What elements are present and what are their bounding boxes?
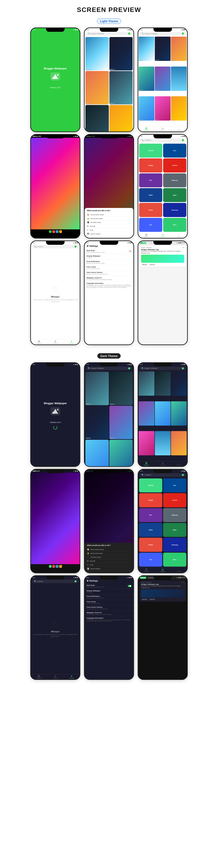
- search-bar-dark[interactable]: 🔍 Blogger Wallpaper: [140, 367, 186, 370]
- notif-manage-btn-dark[interactable]: Manage: [141, 598, 148, 600]
- search-bar[interactable]: 🔍 Blogger Wallpaper: [86, 32, 132, 35]
- wp-sm-6[interactable]: Nokia 5.3: [171, 67, 187, 91]
- nav-wallpaper[interactable]: 🖼 Wallpaper: [138, 462, 155, 466]
- cat-samsung-dark[interactable]: Samsung: [163, 538, 186, 552]
- search-bar-dark[interactable]: 🔍 Blogger Wallpaper: [86, 367, 132, 370]
- settings-push-dark[interactable]: Push Notification Manage push notificati…: [84, 594, 134, 600]
- wp-cell-1[interactable]: Nokia 5.2: [85, 37, 109, 70]
- cat-lenovo-dark[interactable]: Lenovo: [163, 493, 186, 507]
- nav-wallpaper[interactable]: 🖼 Wallpaper: [31, 340, 47, 344]
- wp-sm-5[interactable]: Nokia 1.3: [155, 67, 171, 91]
- wp-sm-9[interactable]: Nokia 7.2: [171, 96, 187, 121]
- wp-sm-d8[interactable]: [155, 431, 171, 455]
- wp-sm-d4[interactable]: [139, 401, 154, 426]
- cat-oppo-dark[interactable]: Oppo: [163, 523, 186, 537]
- cat-more[interactable]: More: [163, 218, 186, 232]
- modal-item-1[interactable]: 🏠Set as home screen: [87, 213, 131, 217]
- cat-android[interactable]: Android: [139, 144, 162, 158]
- wp-cell-5[interactable]: Nokia 5.3: [85, 105, 109, 131]
- notif-manage-btn[interactable]: Manage: [141, 264, 148, 266]
- settings-cache[interactable]: Clear Cache Free up 0.0 MB of space: [84, 265, 134, 271]
- nav-category[interactable]: ⊞ Category: [155, 462, 171, 466]
- settings-display[interactable]: Display Wallpaper 1 Columns: [84, 254, 134, 259]
- modal-item-d6[interactable]: 💾Save to device: [87, 567, 131, 571]
- cat-samsung[interactable]: Samsung: [163, 203, 186, 217]
- nav-favorite[interactable]: ♥ Favorite: [63, 340, 80, 344]
- nav-category[interactable]: ⊞ Category: [155, 568, 171, 572]
- nav-category[interactable]: ⊞ Category: [47, 340, 64, 344]
- cat-redmi[interactable]: Redmi: [139, 203, 162, 217]
- nav-wallpaper[interactable]: 🖼 Wallpaper: [138, 127, 155, 131]
- search-bar[interactable]: 🔍 Favorite: [32, 245, 78, 248]
- cat-android-dark[interactable]: Android: [139, 478, 162, 492]
- nav-category[interactable]: ⊞ Category: [47, 675, 64, 679]
- wp-cell-d4[interactable]: Nokia 2.4: [109, 406, 133, 439]
- wp-cell-d5[interactable]: Nokia 5.3: [85, 440, 109, 466]
- wp-sm-d6[interactable]: [171, 401, 187, 426]
- wp-sm-d1[interactable]: [139, 371, 154, 396]
- modal-item-d4[interactable]: ⚙Set with: [87, 559, 131, 563]
- nav-category[interactable]: ⊞ Category: [155, 127, 171, 131]
- settings-history-dark[interactable]: Clear Search History Remove searches you…: [84, 605, 134, 611]
- modal-item-d1[interactable]: 🏠Set as home screen: [87, 548, 131, 551]
- cat-motorola[interactable]: Motorola: [163, 173, 186, 187]
- nav-wallpaper[interactable]: 🖼 Wallpaper: [138, 568, 155, 572]
- nav-favorite[interactable]: ♥ Favorite: [63, 675, 80, 679]
- cat-oppo[interactable]: Oppo: [163, 188, 186, 202]
- cat-vivo[interactable]: Vivo: [139, 218, 162, 232]
- wp-sm-8[interactable]: Nokia 1.3: [155, 96, 171, 121]
- nav-favorite[interactable]: ♡ Favorite: [171, 234, 187, 237]
- nav-favorite[interactable]: ♡ Favorite: [171, 568, 187, 572]
- cat-redmi-dark[interactable]: Redmi: [139, 538, 162, 552]
- wp-cell-d2[interactable]: Nokia 2.4: [109, 372, 133, 405]
- wp-sm-2[interactable]: Nokia 2.4: [155, 37, 171, 61]
- wp-cell-d6[interactable]: Nokia 3.4: [109, 440, 133, 466]
- cat-motorola-dark[interactable]: Motorola: [163, 508, 186, 522]
- cat-acer-dark[interactable]: Acer: [163, 478, 186, 492]
- wp-sm-4[interactable]: Nokia 2.4: [139, 67, 154, 91]
- wp-cell-d1[interactable]: Nokia 5.2: [85, 372, 109, 405]
- wp-sm-d7[interactable]: [139, 431, 154, 455]
- search-bar[interactable]: 🔍 Blogger Wallpaper: [140, 32, 186, 35]
- cat-google[interactable]: Google: [139, 158, 162, 172]
- search-bar-dark[interactable]: 🔍 Category: [140, 473, 186, 477]
- wp-sm-d3[interactable]: [171, 371, 187, 396]
- nav-favorite[interactable]: ♡ Favorite: [171, 462, 187, 466]
- wp-sm-d2[interactable]: [155, 371, 171, 396]
- wp-sm-3[interactable]: Nokia 5.3: [171, 37, 187, 61]
- cat-more-dark[interactable]: More: [163, 553, 186, 567]
- nav-wallpaper[interactable]: 🖼 Wallpaper: [31, 675, 47, 679]
- wp-sm-d5[interactable]: [155, 401, 171, 426]
- nav-favorite[interactable]: ♡ Favorite: [171, 127, 187, 131]
- wp-sm-d9[interactable]: [171, 431, 187, 455]
- settings-display-dark[interactable]: Display Wallpaper 1 Columns: [84, 589, 134, 594]
- modal-item-2[interactable]: 🔒Set as lock screen: [87, 217, 131, 220]
- cat-nokia-dark[interactable]: Nokia: [139, 523, 162, 537]
- modal-item-d2[interactable]: 🔒Set as lock screen: [87, 551, 131, 555]
- wp-cell-6[interactable]: Nokia 3.4: [109, 105, 133, 131]
- notif-clear-btn-dark[interactable]: Clear all: [149, 598, 156, 600]
- modal-item-d5[interactable]: ✂Crop: [87, 563, 131, 567]
- modal-item-d3[interactable]: 📱Set both screen: [87, 555, 131, 559]
- nav-category[interactable]: ⊞ Category: [155, 234, 171, 237]
- notif-clear-btn[interactable]: Clear all: [149, 264, 156, 266]
- search-bar-dark[interactable]: 🔍 Favorite: [32, 580, 78, 583]
- wp-cell-3[interactable]: Nokia 5.2: [85, 71, 109, 104]
- settings-cache-dark[interactable]: Clear Cache Free up 0.0 MB of space: [84, 600, 134, 605]
- cat-vivo-dark[interactable]: Vivo: [139, 553, 162, 567]
- settings-dark-mode[interactable]: Dark Mode Better eyesight and power savi…: [84, 249, 134, 254]
- search-bar[interactable]: 🔍 Category: [140, 138, 186, 142]
- settings-dark-mode-dark[interactable]: Dark Mode Better eyesight and power savi…: [84, 583, 134, 589]
- cat-google-dark[interactable]: Google: [139, 493, 162, 507]
- modal-item-3[interactable]: 📱Set both screen: [87, 220, 131, 224]
- wp-sm-7[interactable]: Nokia 2.4: [139, 96, 154, 121]
- modal-item-5[interactable]: ✂Crop: [87, 228, 131, 232]
- dark-mode-toggle[interactable]: [128, 250, 132, 252]
- modal-item-4[interactable]: ⚙Set with: [87, 224, 131, 228]
- modal-item-6[interactable]: 💾Save to device: [87, 232, 131, 236]
- wp-cell-d3[interactable]: Nokia 5.2: [85, 406, 109, 439]
- wp-cell-2[interactable]: Nokia 2.4: [109, 37, 133, 70]
- cat-acer[interactable]: Acer: [163, 144, 186, 158]
- settings-push[interactable]: Push Notification Manage push notificati…: [84, 259, 134, 265]
- dark-mode-toggle-on[interactable]: [128, 585, 132, 587]
